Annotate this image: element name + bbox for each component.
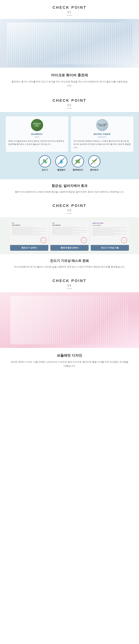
report-lines-2 xyxy=(52,227,87,236)
blanket-visual xyxy=(7,22,132,64)
badge-진드기: 🦠 진드기 xyxy=(39,155,51,172)
bamboo-image: BAMBOO100% xyxy=(31,119,43,131)
cp03-main-title: 진드기 기피성 테스트 완료 xyxy=(10,258,128,263)
cp03-title: CHECK POINT xyxy=(0,204,139,208)
cp02-divider xyxy=(67,108,72,108)
bamboo-card: BAMBOO100% BAMBOO 100% 100% 순식물성천연강 성유인 … xyxy=(6,116,68,152)
cert-logo-3: BABY BIO SHOP xyxy=(92,222,104,224)
cp04-number: 04 xyxy=(0,284,139,288)
cp04-title: CHECK POINT xyxy=(0,278,139,283)
line xyxy=(52,230,80,230)
cert-stamp-3: 시험 xyxy=(121,237,127,243)
section-cp04: CHECK POINT 04 보들래빗 디자인 귀여운 캐릭터 디자인. 이불 … xyxy=(0,273,139,377)
cp01-number: 01 xyxy=(0,10,139,14)
badge-항곰팡이: 💧 항곰팡이 xyxy=(55,155,68,172)
badge-label-진드기: 진드기 xyxy=(42,168,48,172)
cp03-header: CHECK POINT 03 xyxy=(0,198,139,217)
cp04-desc: 귀여운 캐릭터 디자인. 이불 안쪽은 스트라이프 디자인의 뱀부 마이크로 원… xyxy=(10,360,128,368)
cert-card-1: FITI TEST REPORT 인증 xyxy=(10,221,48,251)
microfiber-label: MICRO FIBER xyxy=(74,133,131,136)
badge-circle-항아토피: 🌱 xyxy=(88,155,100,168)
line xyxy=(52,231,73,232)
microfiber-image: MICRO FIBERPREMIUM xyxy=(96,119,108,131)
line xyxy=(12,231,46,232)
cert-label-2: 충진재 항균 성적서 xyxy=(50,245,88,251)
cp02-bg: BAMBOO100% BAMBOO 100% 100% 순식물성천연강 성유인 … xyxy=(0,112,139,179)
cert-stamp-1: 인증 xyxy=(40,237,46,243)
line xyxy=(92,232,127,232)
line xyxy=(12,234,46,234)
cp01-divider xyxy=(67,15,72,16)
line xyxy=(12,230,33,230)
badge-circle-항박테리아: 🌿 xyxy=(72,155,84,168)
cert-card-2: FITI TEST REPORT 인증 xyxy=(50,221,88,251)
microfiber-card: MICRO FIBERPREMIUM MICRO FIBER PREMIUM 마… xyxy=(71,116,134,152)
cert-cards: FITI TEST REPORT 인증 xyxy=(4,221,136,251)
cp01-main-title: 마이크로 화이버 충전재 xyxy=(10,73,128,78)
line xyxy=(92,232,113,233)
report-header-2: TEST REPORT xyxy=(52,225,61,226)
line xyxy=(92,227,127,228)
line xyxy=(92,230,127,230)
line xyxy=(52,235,80,235)
cp02-header: CHECK POINT 02 xyxy=(0,93,139,112)
cp02-desc: 뱀부 마이크로화이버 소재로 제작한 원단을 사용하여 항균성 알러지케어 효과… xyxy=(10,190,128,194)
cp01-header: CHECK POINT 01 xyxy=(0,0,139,19)
line xyxy=(52,232,87,232)
line xyxy=(52,234,73,234)
cp02-title: CHECK POINT xyxy=(0,98,139,103)
report-lines-1 xyxy=(12,227,46,236)
line xyxy=(52,227,80,227)
cp01-text: 마이크로 화이버 충전재 충전재는 휴가드 처리를 하여 진드기 번식을 막고 … xyxy=(0,68,139,93)
line xyxy=(12,233,33,233)
report-header-3: 기피성 시험성적서 xyxy=(92,225,101,226)
cp03-number: 03 xyxy=(0,209,139,212)
cp02-number: 02 xyxy=(0,104,139,107)
badge-label-항곰팡이: 항곰팡이 xyxy=(57,168,66,172)
line xyxy=(52,230,87,231)
badge-항아토피: 🌱 항아토피 xyxy=(88,155,100,172)
line xyxy=(12,230,40,231)
bamboo-desc: 100% 순식물성천연강 성유인 뱀부는 천연적으로 뛰어난 항균력과 방균력을… xyxy=(8,140,66,146)
cert-label-3: 진드기 기피성 시험 xyxy=(91,245,129,251)
badge-항박테리아: 🌿 항박테리아 xyxy=(72,155,84,172)
cp04-header: CHECK POINT 04 xyxy=(0,273,139,292)
cert-stamp-2: 인증 xyxy=(81,237,87,243)
material-cards: BAMBOO100% BAMBOO 100% 100% 순식물성천연강 성유인 … xyxy=(4,116,136,152)
cp01-desc: 충전재는 휴가드 처리를 하여 진드기 번식을 막고 부드러운 촉감을 주는 마… xyxy=(10,80,128,88)
bacteria-icon: 🌿 xyxy=(75,159,80,164)
report-header-1: TEST REPORT xyxy=(12,225,20,226)
line xyxy=(92,233,120,234)
cert-logo-1: FITI xyxy=(12,222,14,224)
badge-circle-진드기: 🦠 xyxy=(39,155,51,168)
badge-label-항아토피: 항아토피 xyxy=(90,168,98,172)
section-cp02: CHECK POINT 02 BAMBOO100% BAMBOO 100% 10… xyxy=(0,93,139,198)
line xyxy=(12,232,40,232)
anti-badges: 🦠 진드기 💧 항곰팡이 🌿 항박테리아 🌱 항아토 xyxy=(4,155,136,172)
cert-label-1: 항진드기 성적서 xyxy=(10,245,48,251)
cp04-main-title: 보들래빗 디자인 xyxy=(10,353,128,358)
section-cp01: CHECK POINT 01 마이크로 화이버 충전재 충전재는 휴가드 처리를… xyxy=(0,0,139,93)
section-cp03: CHECK POINT 03 FITI TEST REPORT xyxy=(0,198,139,273)
line xyxy=(12,229,46,229)
cp03-bg: FITI TEST REPORT 인증 xyxy=(0,217,139,254)
cert-logo-2: FITI xyxy=(52,222,54,224)
cp01-title: CHECK POINT xyxy=(0,5,139,10)
cert-img-3: BABY BIO SHOP 기피성 시험성적서 시험 xyxy=(91,221,129,245)
microfiber-sub: PREMIUM xyxy=(74,136,131,138)
cp01-image xyxy=(0,19,139,68)
line xyxy=(52,228,87,228)
cp04-divider xyxy=(67,288,72,289)
report-lines-3 xyxy=(92,227,127,236)
cert-img-1: FITI TEST REPORT 인증 xyxy=(10,221,48,245)
badge-label-항박테리아: 항박테리아 xyxy=(73,168,83,172)
cp04-text: 보들래빗 디자인 귀여운 캐릭터 디자인. 이불 안쪽은 스트라이프 디자인의 … xyxy=(0,348,139,377)
line xyxy=(92,231,120,231)
mold-icon: 💧 xyxy=(59,159,64,164)
bamboo-sub: 100% xyxy=(8,136,66,138)
line xyxy=(92,235,113,236)
cp03-desc: 마이크로화이버 유가드플러스 처리된 솜을 사용하여 전문 검사 기관인 FIT… xyxy=(10,265,128,269)
badge-circle-항곰팡이: 💧 xyxy=(55,155,68,168)
atopy-icon: 🌱 xyxy=(92,159,97,164)
microfiber-desc: 마이크로 화이버(Micro Fiber)는 나이론과 폴리에스터의 특수한 혼… xyxy=(74,140,131,149)
